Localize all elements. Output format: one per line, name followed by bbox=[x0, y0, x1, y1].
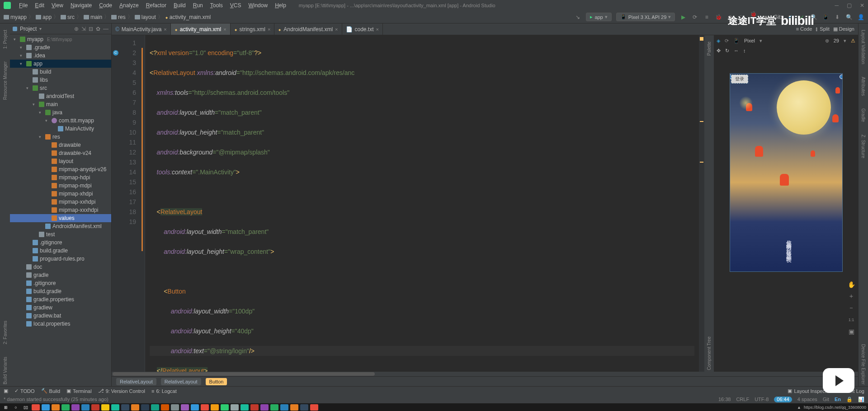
run-config-dropdown[interactable]: ▸app▾ bbox=[586, 13, 611, 21]
tree-item[interactable]: gradlew bbox=[10, 304, 111, 312]
close-tab-icon[interactable]: × bbox=[335, 27, 338, 32]
structure-tab[interactable]: Z: Structure bbox=[861, 133, 866, 160]
menu-code[interactable]: Code bbox=[95, 2, 116, 9]
todo-tool[interactable]: ✓ TODO bbox=[14, 388, 35, 394]
build-variants-tab[interactable]: Build Variants bbox=[3, 355, 8, 386]
task-app[interactable] bbox=[290, 404, 298, 411]
task-app[interactable] bbox=[121, 404, 129, 411]
design-surface-icon[interactable]: ◈ bbox=[717, 38, 720, 44]
attributes-tab[interactable]: Attributes bbox=[861, 75, 866, 98]
lock-icon[interactable]: 🔒 bbox=[846, 397, 853, 402]
tree-item[interactable]: gradle.properties bbox=[10, 295, 111, 304]
task-app[interactable] bbox=[161, 404, 169, 411]
task-app[interactable] bbox=[280, 404, 288, 411]
tray-icon[interactable]: ▲ bbox=[797, 405, 801, 410]
tree-item[interactable]: .gitignore bbox=[10, 279, 111, 287]
palette-tab[interactable]: Palette bbox=[707, 40, 712, 57]
task-app[interactable] bbox=[52, 404, 60, 411]
menu-navigate[interactable]: Navigate bbox=[67, 2, 95, 9]
zoom-actual-icon[interactable]: ▣ bbox=[847, 327, 855, 336]
tree-item[interactable]: local.properties bbox=[10, 320, 111, 328]
component-tree-tab[interactable]: Component Tree bbox=[707, 335, 712, 372]
apply-code-icon[interactable]: ≡ bbox=[703, 14, 710, 21]
tree-item[interactable]: build.gradle bbox=[10, 247, 111, 255]
tree-item[interactable]: build.gradle bbox=[10, 287, 111, 295]
crumb-main[interactable]: main bbox=[84, 14, 102, 20]
close-tab-icon[interactable]: × bbox=[223, 27, 226, 32]
tree-item[interactable]: mipmap-xxhdpi bbox=[10, 198, 111, 206]
project-view-label[interactable]: Project bbox=[20, 26, 37, 32]
task-app[interactable] bbox=[171, 404, 179, 411]
indent-info[interactable]: 4 spaces bbox=[797, 397, 817, 402]
bc-relative-1[interactable]: RelativeLayout bbox=[116, 378, 156, 385]
task-app[interactable] bbox=[300, 404, 308, 411]
device-explorer-tab[interactable]: Device File Explorer bbox=[861, 342, 866, 386]
h-scrollbar[interactable] bbox=[112, 372, 858, 376]
menu-vcs[interactable]: VCS bbox=[226, 2, 245, 9]
tree-item[interactable]: doc bbox=[10, 263, 111, 271]
task-app[interactable] bbox=[42, 404, 50, 411]
tree-item[interactable]: build bbox=[10, 68, 111, 76]
phone-preview[interactable]: 登录 你是遥远的明月 挂在每一个思念你的夜 bbox=[730, 73, 843, 272]
preview-canvas[interactable]: 登录 你是遥远的明月 挂在每一个思念你的夜 ✋ ＋ bbox=[714, 55, 858, 372]
tree-item[interactable]: ▾main bbox=[10, 100, 111, 108]
error-stripe[interactable] bbox=[699, 35, 704, 372]
task-app[interactable] bbox=[181, 404, 189, 411]
task-app[interactable] bbox=[211, 404, 219, 411]
warnings-icon[interactable]: ⚠ bbox=[851, 38, 855, 44]
menu-analyze[interactable]: Analyze bbox=[116, 2, 142, 9]
minimize-icon[interactable]: ─ bbox=[835, 2, 839, 9]
search-task-icon[interactable]: ○ bbox=[12, 404, 20, 411]
device-type-icon[interactable]: 📱 bbox=[733, 38, 740, 44]
zoom-fit-icon[interactable]: 1:1 bbox=[847, 316, 855, 324]
bc-button[interactable]: Button bbox=[206, 378, 227, 385]
tree-item[interactable]: mipmap-xhdpi bbox=[10, 190, 111, 198]
apply-changes-icon[interactable]: ⟳ bbox=[691, 14, 698, 21]
tree-item[interactable]: gradlew.bat bbox=[10, 312, 111, 320]
sdk-manager-icon[interactable]: ⬇ bbox=[834, 14, 841, 21]
project-view-dropdown-icon[interactable]: ▾ bbox=[39, 26, 42, 31]
tab-manifest[interactable]: ⬥AndroidManifest.xml× bbox=[274, 23, 342, 35]
menu-build[interactable]: Build bbox=[170, 2, 189, 9]
favorites-tab[interactable]: 2: Favorites bbox=[3, 319, 8, 346]
tree-item[interactable]: ▾.gradle bbox=[10, 43, 111, 51]
close-icon[interactable]: ✕ bbox=[860, 2, 864, 9]
tree-item[interactable]: ▾src bbox=[10, 84, 111, 92]
select-opened-icon[interactable]: ⊕ bbox=[74, 26, 79, 32]
expand-all-icon[interactable]: ⇲ bbox=[81, 26, 86, 32]
gradle-tab[interactable]: Gradle bbox=[861, 107, 866, 124]
zoom-out-icon[interactable]: － bbox=[847, 304, 855, 312]
tree-item[interactable]: drawable-v24 bbox=[10, 149, 111, 157]
tree-item[interactable]: ▾java bbox=[10, 108, 111, 117]
crumb-src[interactable]: src bbox=[61, 14, 75, 20]
task-app[interactable] bbox=[250, 404, 259, 411]
sync-icon[interactable]: ↘ bbox=[574, 14, 581, 21]
close-tab-icon[interactable]: × bbox=[376, 27, 379, 32]
project-tool-tab[interactable]: 1: Project bbox=[3, 28, 8, 51]
task-app[interactable] bbox=[111, 404, 119, 411]
video-play-button[interactable] bbox=[823, 368, 854, 393]
vcs-tool[interactable]: ⎇ 9: Version Control bbox=[98, 388, 145, 394]
ime-indicator[interactable]: En bbox=[835, 397, 841, 402]
tree-item[interactable]: mipmap-mdpi bbox=[10, 182, 111, 190]
fold-strip[interactable] bbox=[140, 35, 145, 372]
collapse-all-icon[interactable]: ⊟ bbox=[89, 26, 93, 32]
preview-login-button[interactable]: 登录 bbox=[731, 75, 748, 84]
tree-item[interactable]: test bbox=[10, 230, 111, 238]
logcat-tool[interactable]: ≡ 6: Logcat bbox=[151, 388, 177, 394]
tab-strings[interactable]: ⬥strings.xml× bbox=[231, 23, 275, 35]
task-app[interactable] bbox=[131, 404, 139, 411]
tree-item[interactable]: .gitignore bbox=[10, 238, 111, 247]
tab-code-txt[interactable]: 📄code.txt× bbox=[342, 23, 383, 35]
taskview-icon[interactable]: ▯▯ bbox=[22, 404, 30, 411]
task-app[interactable] bbox=[221, 404, 229, 411]
code-content[interactable]: <?xml version="1.0" encoding="utf-8"?> <… bbox=[145, 35, 699, 372]
class-icon[interactable]: C bbox=[113, 50, 118, 56]
menu-window[interactable]: Window bbox=[245, 2, 271, 9]
zoom-in-icon[interactable]: ＋ bbox=[847, 292, 855, 300]
tree-item[interactable]: drawable bbox=[10, 141, 111, 149]
task-app[interactable] bbox=[91, 404, 99, 411]
task-app[interactable] bbox=[231, 404, 239, 411]
line-ending[interactable]: CRLF bbox=[736, 397, 749, 402]
view-mode-design[interactable]: ▦Design bbox=[833, 26, 854, 32]
